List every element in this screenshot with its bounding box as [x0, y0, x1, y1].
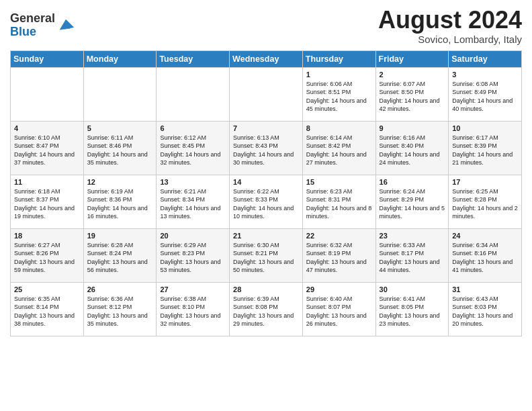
day-info: Sunrise: 6:19 AM Sunset: 8:36 PM Dayligh… — [87, 187, 153, 221]
calendar-week-row: 1Sunrise: 6:06 AM Sunset: 8:51 PM Daylig… — [11, 67, 522, 121]
day-info: Sunrise: 6:41 AM Sunset: 8:05 PM Dayligh… — [380, 295, 445, 328]
calendar-cell: 9Sunrise: 6:16 AM Sunset: 8:40 PM Daylig… — [375, 121, 449, 175]
calendar-cell: 31Sunrise: 6:43 AM Sunset: 8:03 PM Dayli… — [449, 282, 522, 336]
logo-blue: Blue — [10, 25, 36, 38]
calendar-cell: 23Sunrise: 6:33 AM Sunset: 8:17 PM Dayli… — [375, 228, 449, 282]
day-number: 31 — [452, 285, 518, 293]
day-number: 8 — [306, 124, 372, 132]
calendar-cell: 14Sunrise: 6:22 AM Sunset: 8:33 PM Dayli… — [230, 175, 303, 228]
day-number: 9 — [380, 124, 445, 132]
calendar-cell: 8Sunrise: 6:14 AM Sunset: 8:42 PM Daylig… — [302, 121, 375, 175]
day-info: Sunrise: 6:30 AM Sunset: 8:21 PM Dayligh… — [233, 241, 299, 275]
calendar-cell: 29Sunrise: 6:40 AM Sunset: 8:07 PM Dayli… — [302, 282, 375, 336]
calendar-cell: 27Sunrise: 6:38 AM Sunset: 8:10 PM Dayli… — [157, 282, 230, 336]
day-info: Sunrise: 6:33 AM Sunset: 8:17 PM Dayligh… — [380, 241, 445, 275]
calendar-cell — [157, 67, 230, 121]
day-info: Sunrise: 6:34 AM Sunset: 8:16 PM Dayligh… — [452, 241, 518, 275]
logo: General Blue — [10, 12, 75, 39]
day-info: Sunrise: 6:21 AM Sunset: 8:34 PM Dayligh… — [160, 187, 226, 221]
calendar-cell: 19Sunrise: 6:28 AM Sunset: 8:24 PM Dayli… — [83, 228, 157, 282]
day-number: 4 — [14, 124, 80, 132]
day-info: Sunrise: 6:06 AM Sunset: 8:51 PM Dayligh… — [306, 80, 372, 113]
logo-icon — [56, 16, 75, 35]
day-info: Sunrise: 6:08 AM Sunset: 8:49 PM Dayligh… — [452, 80, 518, 113]
day-number: 18 — [14, 232, 80, 240]
day-number: 3 — [452, 71, 518, 79]
calendar-cell: 4Sunrise: 6:10 AM Sunset: 8:47 PM Daylig… — [11, 121, 84, 175]
day-number: 15 — [306, 178, 372, 186]
day-number: 14 — [233, 178, 299, 186]
day-info: Sunrise: 6:17 AM Sunset: 8:39 PM Dayligh… — [452, 134, 518, 167]
day-number: 17 — [452, 178, 518, 186]
day-info: Sunrise: 6:25 AM Sunset: 8:28 PM Dayligh… — [452, 187, 518, 221]
calendar-week-row: 18Sunrise: 6:27 AM Sunset: 8:26 PM Dayli… — [11, 228, 522, 282]
calendar-cell: 24Sunrise: 6:34 AM Sunset: 8:16 PM Dayli… — [449, 228, 522, 282]
day-number: 2 — [380, 71, 445, 79]
calendar-cell: 1Sunrise: 6:06 AM Sunset: 8:51 PM Daylig… — [302, 67, 375, 121]
day-info: Sunrise: 6:35 AM Sunset: 8:14 PM Dayligh… — [14, 295, 80, 328]
day-number: 10 — [452, 124, 518, 132]
day-info: Sunrise: 6:29 AM Sunset: 8:23 PM Dayligh… — [160, 241, 226, 275]
calendar-cell: 3Sunrise: 6:08 AM Sunset: 8:49 PM Daylig… — [449, 67, 522, 121]
calendar-cell: 18Sunrise: 6:27 AM Sunset: 8:26 PM Dayli… — [11, 228, 84, 282]
calendar-cell: 15Sunrise: 6:23 AM Sunset: 8:31 PM Dayli… — [302, 175, 375, 228]
header: General Blue August 2024 Sovico, Lombard… — [10, 7, 522, 45]
calendar-cell: 13Sunrise: 6:21 AM Sunset: 8:34 PM Dayli… — [157, 175, 230, 228]
calendar-cell — [83, 67, 157, 121]
logo-general: General — [10, 11, 55, 25]
calendar-cell — [11, 67, 84, 121]
calendar-cell: 6Sunrise: 6:12 AM Sunset: 8:45 PM Daylig… — [157, 121, 230, 175]
calendar-table: SundayMondayTuesdayWednesdayThursdayFrid… — [10, 50, 522, 336]
calendar-body: 1Sunrise: 6:06 AM Sunset: 8:51 PM Daylig… — [11, 67, 522, 336]
day-number: 13 — [160, 178, 226, 186]
weekday-monday: Monday — [83, 50, 157, 67]
day-info: Sunrise: 6:10 AM Sunset: 8:47 PM Dayligh… — [14, 134, 80, 167]
calendar-cell: 12Sunrise: 6:19 AM Sunset: 8:36 PM Dayli… — [83, 175, 157, 228]
day-number: 26 — [87, 285, 153, 293]
calendar-cell: 7Sunrise: 6:13 AM Sunset: 8:43 PM Daylig… — [230, 121, 303, 175]
day-info: Sunrise: 6:24 AM Sunset: 8:29 PM Dayligh… — [380, 187, 445, 221]
weekday-friday: Friday — [375, 50, 449, 67]
day-number: 28 — [233, 285, 299, 293]
day-number: 6 — [160, 124, 226, 132]
calendar-week-row: 25Sunrise: 6:35 AM Sunset: 8:14 PM Dayli… — [11, 282, 522, 336]
calendar-cell: 20Sunrise: 6:29 AM Sunset: 8:23 PM Dayli… — [157, 228, 230, 282]
day-number: 19 — [87, 232, 153, 240]
day-number: 20 — [160, 232, 226, 240]
weekday-saturday: Saturday — [449, 50, 522, 67]
day-info: Sunrise: 6:14 AM Sunset: 8:42 PM Dayligh… — [306, 134, 372, 167]
calendar-cell: 25Sunrise: 6:35 AM Sunset: 8:14 PM Dayli… — [11, 282, 84, 336]
title-block: August 2024 Sovico, Lombardy, Italy — [378, 7, 522, 45]
day-info: Sunrise: 6:36 AM Sunset: 8:12 PM Dayligh… — [87, 295, 153, 328]
day-info: Sunrise: 6:39 AM Sunset: 8:08 PM Dayligh… — [233, 295, 299, 328]
calendar-week-row: 11Sunrise: 6:18 AM Sunset: 8:37 PM Dayli… — [11, 175, 522, 228]
day-number: 21 — [233, 232, 299, 240]
day-info: Sunrise: 6:27 AM Sunset: 8:26 PM Dayligh… — [14, 241, 80, 275]
day-info: Sunrise: 6:18 AM Sunset: 8:37 PM Dayligh… — [14, 187, 80, 221]
day-number: 22 — [306, 232, 372, 240]
calendar-cell — [230, 67, 303, 121]
calendar-week-row: 4Sunrise: 6:10 AM Sunset: 8:47 PM Daylig… — [11, 121, 522, 175]
day-number: 11 — [14, 178, 80, 186]
logo-text: General Blue — [10, 12, 55, 39]
day-info: Sunrise: 6:38 AM Sunset: 8:10 PM Dayligh… — [160, 295, 226, 328]
calendar-cell: 5Sunrise: 6:11 AM Sunset: 8:46 PM Daylig… — [83, 121, 157, 175]
weekday-header-row: SundayMondayTuesdayWednesdayThursdayFrid… — [11, 50, 522, 67]
day-number: 16 — [380, 178, 445, 186]
day-number: 27 — [160, 285, 226, 293]
calendar-cell: 21Sunrise: 6:30 AM Sunset: 8:21 PM Dayli… — [230, 228, 303, 282]
location: Sovico, Lombardy, Italy — [378, 34, 522, 45]
day-info: Sunrise: 6:07 AM Sunset: 8:50 PM Dayligh… — [380, 80, 445, 113]
day-number: 24 — [452, 232, 518, 240]
day-info: Sunrise: 6:16 AM Sunset: 8:40 PM Dayligh… — [380, 134, 445, 167]
calendar-cell: 30Sunrise: 6:41 AM Sunset: 8:05 PM Dayli… — [375, 282, 449, 336]
calendar-cell: 16Sunrise: 6:24 AM Sunset: 8:29 PM Dayli… — [375, 175, 449, 228]
day-number: 29 — [306, 285, 372, 293]
weekday-thursday: Thursday — [302, 50, 375, 67]
day-number: 12 — [87, 178, 153, 186]
day-info: Sunrise: 6:22 AM Sunset: 8:33 PM Dayligh… — [233, 187, 299, 221]
day-info: Sunrise: 6:40 AM Sunset: 8:07 PM Dayligh… — [306, 295, 372, 328]
month-year: August 2024 — [378, 7, 522, 34]
calendar-cell: 17Sunrise: 6:25 AM Sunset: 8:28 PM Dayli… — [449, 175, 522, 228]
svg-marker-0 — [60, 19, 74, 30]
